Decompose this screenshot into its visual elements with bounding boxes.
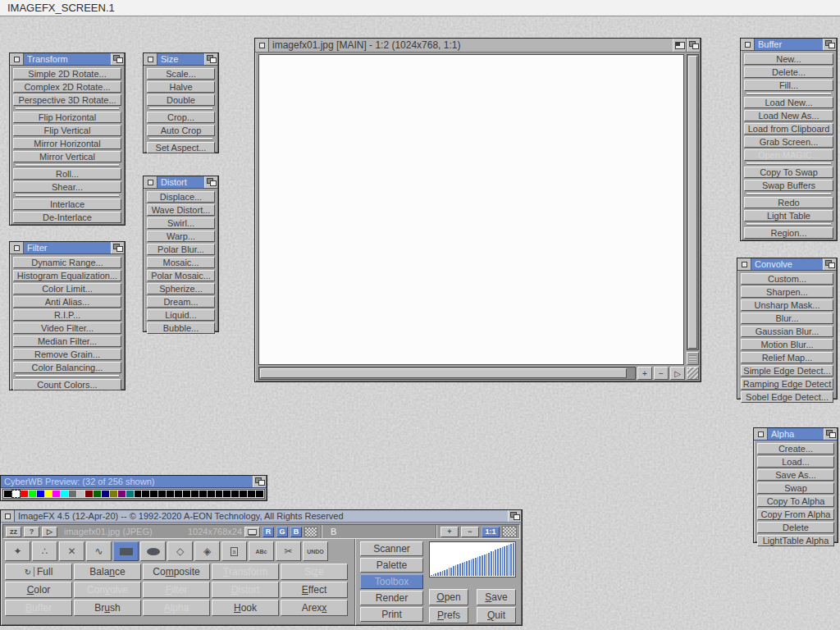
menu-button[interactable]: Create...: [757, 443, 834, 454]
palette-swatch[interactable]: [94, 491, 101, 497]
menu-button[interactable]: Mirror Vertical: [13, 151, 121, 162]
menu-button[interactable]: Gaussian Blur...: [741, 326, 833, 337]
depth-gadget[interactable]: [823, 39, 837, 50]
panel-button-toolbox[interactable]: Toolbox: [360, 574, 423, 589]
grid-button-arexx[interactable]: Arexx: [281, 600, 348, 616]
menu-button[interactable]: Bubble...: [147, 322, 215, 334]
menu-button[interactable]: Simple 2D Rotate...: [13, 68, 121, 80]
palette-swatch[interactable]: [52, 491, 60, 497]
menu-button[interactable]: Copy To Swap: [744, 167, 833, 178]
grid-button-hook[interactable]: Hook: [212, 600, 279, 616]
execute-button[interactable]: ▷: [42, 527, 57, 537]
panel-button-palette[interactable]: Palette: [360, 558, 423, 573]
menu-button[interactable]: Halve: [147, 81, 215, 93]
zoom-out-button[interactable]: −: [654, 367, 669, 380]
box-tool[interactable]: [113, 541, 139, 561]
menu-button[interactable]: Save As...: [757, 469, 834, 481]
menu-button[interactable]: Liquid...: [147, 309, 215, 321]
vertical-scrollbar[interactable]: [687, 54, 699, 350]
zoom-ratio-button[interactable]: 1:1: [482, 527, 500, 537]
panel-button-scanner[interactable]: Scanner: [360, 541, 423, 556]
menu-button[interactable]: Double: [147, 94, 215, 106]
menu-button[interactable]: Load from Clipboard: [744, 123, 833, 135]
zoom-out-button[interactable]: −: [461, 527, 479, 537]
toolbar-titlebar[interactable]: ImageFX 4.5 (12-Apr-20) -- © 1992-2020 A…: [1, 510, 522, 523]
menu-button[interactable]: Load New...: [744, 97, 833, 108]
menu-button[interactable]: Perspective 3D Rotate...: [13, 94, 121, 106]
menu-button[interactable]: Color Balancing...: [13, 362, 121, 373]
quit-button[interactable]: Quit: [477, 607, 516, 623]
menu-button[interactable]: R.I.P...: [13, 309, 121, 321]
grid-button-buffer[interactable]: Buffer: [5, 600, 72, 616]
palette-swatch[interactable]: [223, 491, 231, 497]
depth-gadget[interactable]: [204, 53, 218, 65]
menu-button[interactable]: Warp...: [147, 231, 215, 242]
dither-gadget[interactable]: [502, 526, 517, 537]
menu-button[interactable]: New...: [744, 53, 833, 65]
menu-button[interactable]: Load...: [757, 456, 834, 468]
close-gadget[interactable]: [737, 258, 751, 270]
menu-button[interactable]: Sharpen...: [741, 286, 833, 298]
palette-swatch[interactable]: [45, 491, 52, 497]
grid-button-balance[interactable]: Balance: [74, 564, 141, 580]
menu-button[interactable]: Ramping Edge Detect: [741, 378, 833, 390]
palette-swatch[interactable]: [102, 491, 109, 497]
save-button[interactable]: Save: [477, 589, 516, 605]
palette-swatch[interactable]: [135, 491, 142, 497]
palette-swatch[interactable]: [85, 491, 93, 497]
palette-swatch[interactable]: [69, 491, 76, 497]
grid-button-brush[interactable]: Brush: [74, 600, 141, 616]
menu-button[interactable]: Displace...: [147, 191, 215, 203]
scissors-tool[interactable]: ✂: [276, 541, 301, 561]
grid-button-transform[interactable]: Transform: [212, 564, 279, 580]
panel-button-print[interactable]: Print: [360, 607, 423, 622]
menu-button[interactable]: Load New As...: [744, 110, 833, 121]
menu-button[interactable]: Motion Blur...: [741, 339, 833, 350]
depth-gadget[interactable]: [204, 176, 218, 188]
palette-swatch[interactable]: [126, 491, 134, 497]
palette-swatch[interactable]: [21, 491, 28, 497]
grid-button-distort[interactable]: Distort: [212, 582, 279, 598]
depth-gadget[interactable]: [824, 428, 838, 440]
freehand-tool[interactable]: ✕: [59, 541, 84, 561]
palette-swatch[interactable]: [216, 491, 223, 497]
depth-gadget[interactable]: [111, 242, 125, 253]
fill-tool[interactable]: ◈: [194, 541, 220, 561]
palette-swatch[interactable]: [4, 491, 11, 497]
menu-button[interactable]: Dynamic Range...: [13, 257, 121, 268]
menu-button[interactable]: Complex 2D Rotate...: [13, 81, 121, 93]
vertical-scrollbar-thumb[interactable]: [688, 56, 697, 349]
menu-button[interactable]: Light Table: [744, 210, 833, 221]
buffer-titlebar[interactable]: Buffer: [741, 39, 837, 51]
image-canvas[interactable]: [258, 54, 684, 365]
menu-button[interactable]: Polar Mosaic...: [147, 270, 215, 281]
menu-button[interactable]: Shear...: [13, 181, 121, 193]
alpha-titlebar[interactable]: Alpha: [754, 428, 838, 441]
menu-button[interactable]: LightTable Alpha: [757, 535, 834, 546]
menu-button[interactable]: Sobel Edge Detect...: [741, 391, 833, 403]
undo-button[interactable]: UNDO: [303, 541, 328, 561]
palette-swatch[interactable]: [37, 491, 44, 497]
zoom-gadget[interactable]: [673, 39, 687, 52]
palette-swatch[interactable]: [158, 491, 166, 497]
zoom-in-button[interactable]: +: [441, 527, 459, 537]
grid-button-alpha[interactable]: Alpha: [143, 600, 210, 616]
airbrush-tool[interactable]: ∴: [32, 541, 57, 561]
menu-button[interactable]: Anti Alias...: [13, 296, 121, 308]
menu-button[interactable]: Video Filter...: [13, 322, 121, 334]
menu-button[interactable]: Spherize...: [147, 283, 215, 294]
palette-swatch[interactable]: [61, 491, 68, 497]
filter-titlebar[interactable]: Filter: [10, 242, 125, 254]
palette-swatch[interactable]: [208, 491, 215, 497]
curve-tool[interactable]: ∿: [86, 541, 112, 561]
depth-gadget[interactable]: [687, 39, 701, 52]
menu-button[interactable]: Fill...: [744, 80, 833, 91]
grid-button-effect[interactable]: Effect: [281, 582, 348, 598]
depth-gadget[interactable]: [823, 258, 837, 270]
oval-tool[interactable]: [140, 541, 166, 561]
dither-gadget[interactable]: [304, 527, 317, 537]
palette-swatch[interactable]: [77, 491, 84, 497]
palette-swatch[interactable]: [118, 491, 126, 497]
menu-button[interactable]: Remove Grain...: [13, 349, 121, 360]
close-gadget[interactable]: [741, 39, 755, 50]
